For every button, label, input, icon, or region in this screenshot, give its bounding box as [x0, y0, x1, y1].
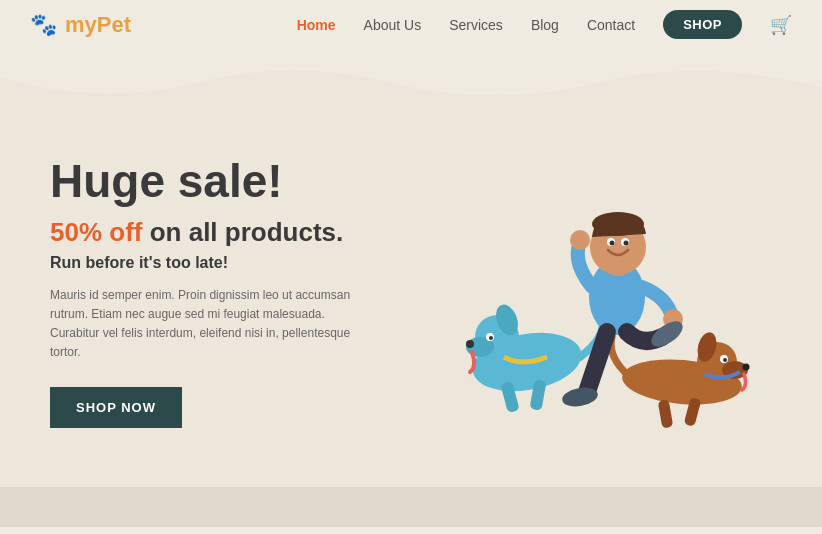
paw-icon: 🐾	[30, 12, 57, 38]
nav-item-blog[interactable]: Blog	[531, 17, 559, 33]
wave-divider	[0, 47, 822, 107]
header: 🐾 myPet Home About Us Services Blog Cont…	[0, 0, 822, 49]
nav-item-services[interactable]: Services	[449, 17, 503, 33]
nav-item-about[interactable]: About Us	[364, 17, 422, 33]
hero-content: Huge sale! 50% off on all products. Run …	[50, 156, 370, 427]
sale-rest: on all products.	[142, 217, 343, 247]
sale-off: off	[102, 217, 142, 247]
shop-button[interactable]: SHOP	[663, 10, 742, 39]
hero-sale-text: 50% off on all products.	[50, 217, 370, 248]
bottom-strip	[0, 487, 822, 527]
svg-rect-14	[658, 399, 674, 428]
svg-point-3	[466, 340, 474, 348]
svg-point-23	[610, 241, 615, 246]
svg-point-17	[723, 358, 727, 362]
hero-title: Huge sale!	[50, 156, 370, 207]
hero-section: Huge sale! 50% off on all products. Run …	[0, 107, 822, 487]
svg-point-26	[570, 230, 590, 250]
svg-point-8	[489, 336, 493, 340]
hero-subtitle: Run before it's too late!	[50, 254, 370, 272]
shop-now-button[interactable]: SHOP NOW	[50, 387, 182, 428]
cart-icon[interactable]: 🛒	[770, 14, 792, 36]
hero-description: Mauris id semper enim. Proin dignissim l…	[50, 286, 370, 363]
nav-item-home[interactable]: Home	[297, 17, 336, 33]
svg-point-12	[743, 364, 750, 371]
svg-point-25	[624, 241, 629, 246]
main-nav: Home About Us Services Blog Contact SHOP…	[297, 10, 792, 39]
nav-item-contact[interactable]: Contact	[587, 17, 635, 33]
logo[interactable]: 🐾 myPet	[30, 12, 131, 38]
sale-percentage: 50%	[50, 217, 102, 247]
hero-illustration	[432, 152, 772, 432]
brand-name: myPet	[65, 12, 131, 38]
